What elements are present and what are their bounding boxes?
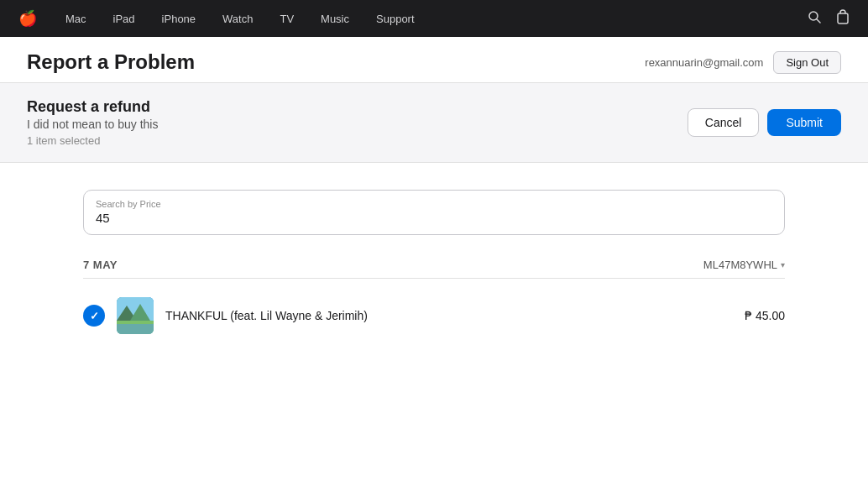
nav-link-watch[interactable]: Watch: [209, 13, 266, 25]
search-container: Search by Price: [83, 190, 785, 235]
user-email: rexannuarin@gmail.com: [645, 56, 763, 69]
nav-link-mac[interactable]: Mac: [52, 13, 100, 25]
nav-link-support[interactable]: Support: [363, 13, 428, 25]
nav-link-tv[interactable]: TV: [266, 13, 307, 25]
refund-title: Request a refund: [27, 98, 158, 116]
item-price: ₱ 45.00: [745, 309, 785, 322]
chevron-down-icon: ▾: [781, 260, 785, 269]
main-content: Search by Price 7 MAY ML47M8YWHL ▾ ✓: [56, 163, 812, 368]
header-right: rexannuarin@gmail.com Sign Out: [645, 51, 841, 74]
nav-link-iphone[interactable]: iPhone: [149, 13, 209, 25]
apple-logo-icon[interactable]: 🍎: [18, 9, 52, 28]
checkmark-icon: ✓: [90, 310, 99, 322]
sign-out-button[interactable]: Sign Out: [773, 51, 841, 74]
date-header: 7 MAY ML47M8YWHL ▾: [83, 259, 785, 271]
nav-link-ipad[interactable]: iPad: [100, 13, 149, 25]
svg-line-1: [817, 19, 820, 23]
search-icon[interactable]: [808, 10, 821, 27]
refund-reason: I did not mean to buy this: [27, 118, 158, 131]
item-thumbnail: [117, 297, 154, 334]
account-id[interactable]: ML47M8YWHL ▾: [703, 259, 785, 271]
item-name: THANKFUL (feat. Lil Wayne & Jerimih): [165, 309, 733, 322]
svg-rect-2: [838, 13, 848, 24]
submit-button[interactable]: Submit: [767, 109, 841, 136]
item-row: ✓ THANKFUL (feat. Lil Wayne & Jerimi: [83, 290, 785, 341]
navigation: 🍎 Mac iPad iPhone Watch TV Music Support: [0, 0, 868, 37]
page-header: Report a Problem rexannuarin@gmail.com S…: [0, 37, 868, 83]
nav-link-music[interactable]: Music: [307, 13, 363, 25]
date-section: 7 MAY ML47M8YWHL ▾ ✓: [83, 259, 785, 341]
date-divider: [83, 278, 785, 279]
bag-icon[interactable]: [836, 9, 850, 28]
search-input[interactable]: [96, 211, 772, 225]
cancel-button[interactable]: Cancel: [688, 108, 760, 137]
item-checkbox[interactable]: ✓: [83, 305, 105, 327]
refund-info: Request a refund I did not mean to buy t…: [27, 98, 158, 147]
svg-rect-8: [117, 324, 154, 334]
refund-banner: Request a refund I did not mean to buy t…: [0, 83, 868, 163]
refund-count: 1 item selected: [27, 134, 158, 147]
date-label: 7 MAY: [83, 259, 118, 271]
search-label: Search by Price: [96, 199, 772, 209]
page-title: Report a Problem: [27, 50, 195, 74]
refund-actions: Cancel Submit: [688, 108, 841, 137]
